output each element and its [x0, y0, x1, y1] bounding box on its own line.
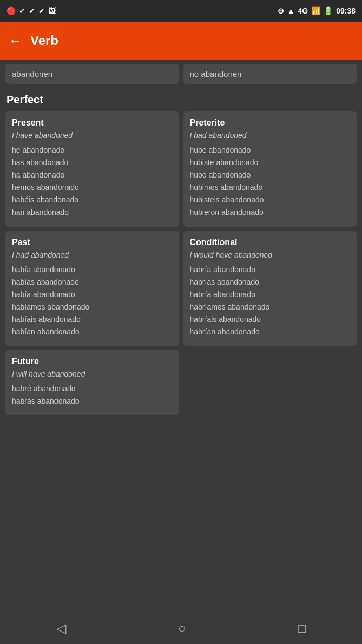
preterite-item-2: hubo abandonado: [190, 169, 351, 181]
past-item-4: habíais abandonado: [12, 313, 173, 326]
conditional-item-0: habría abandonado: [190, 264, 351, 276]
conditional-item-1: habrías abandonado: [190, 276, 351, 288]
future-cell: Future I will have abandoned habré aband…: [5, 350, 179, 415]
present-item-0: he abandonado: [12, 144, 173, 156]
preterite-item-5: hubieron abandonado: [190, 206, 351, 219]
present-item-3: hemos abandonado: [12, 181, 173, 194]
present-item-2: ha abandonado: [12, 169, 173, 181]
preterite-cell: Preterite I had abandoned hube abandonad…: [183, 111, 357, 227]
top-conjugation-row: abandonen no abandonen: [5, 64, 357, 84]
conditional-item-5: habrían abandonado: [190, 326, 351, 338]
past-item-1: habías abandonado: [12, 276, 173, 288]
status-bar: 🔴 ✔ ✔ ✔ 🖼 ⊖ ▲ 4G 📶 🔋 09:38: [0, 0, 362, 22]
sim-icon: 🔴: [6, 6, 16, 15]
preterite-item-4: hubisteis abandonado: [190, 194, 351, 206]
status-right: ⊖ ▲ 4G 📶 🔋 09:38: [278, 6, 356, 15]
no-abandonen-cell: no abandonen: [183, 64, 357, 84]
present-subtitle: I have abandoned: [12, 131, 173, 140]
preterite-subtitle: I had abandoned: [190, 131, 351, 140]
check-icon3: ✔: [38, 6, 45, 15]
past-item-3: habíamos abandonado: [12, 301, 173, 313]
image-icon: 🖼: [48, 6, 56, 15]
future-title: Future: [12, 357, 173, 366]
past-conditional-row: Past I had abandoned había abandonado ha…: [5, 231, 357, 346]
conditional-title: Conditional: [190, 238, 351, 247]
status-left: 🔴 ✔ ✔ ✔ 🖼: [6, 6, 56, 15]
preterite-item-3: hubimos abandonado: [190, 181, 351, 194]
preterite-item-0: hube abandonado: [190, 144, 351, 156]
time-display: 09:38: [336, 6, 356, 15]
no-sign-icon: ⊖: [278, 6, 284, 15]
signal-icon: 📶: [311, 6, 320, 15]
back-nav-button[interactable]: ◁: [56, 621, 66, 636]
wifi-icon: ▲: [287, 6, 295, 15]
preterite-title: Preterite: [190, 118, 351, 128]
check-icon2: ✔: [29, 6, 35, 15]
main-content: abandonen no abandonen Perfect Present I…: [0, 60, 362, 462]
past-title: Past: [12, 238, 173, 247]
conditional-item-3: habríamos abandonado: [190, 301, 351, 313]
preterite-item-1: hubiste abandonado: [190, 156, 351, 169]
present-item-4: habéis abandonado: [12, 194, 173, 206]
nav-bar: ◁ ○ □: [0, 612, 362, 644]
past-subtitle: I had abandoned: [12, 251, 173, 259]
past-item-2: había abandonado: [12, 288, 173, 301]
conditional-cell: Conditional I would have abandoned habrí…: [183, 231, 357, 346]
perfect-section-header: Perfect: [5, 90, 357, 111]
check-icon1: ✔: [19, 6, 25, 15]
app-title: Verb: [30, 33, 58, 48]
app-bar: ← Verb: [0, 22, 362, 60]
present-title: Present: [12, 118, 173, 128]
abandonen-cell: abandonen: [5, 64, 179, 84]
present-preterite-row: Present I have abandoned he abandonado h…: [5, 111, 357, 227]
future-subtitle: I will have abandoned: [12, 370, 173, 378]
battery-icon: 🔋: [324, 6, 333, 15]
present-item-1: has abandonado: [12, 156, 173, 169]
future-item-1: habrás abandonado: [12, 395, 173, 408]
network-label: 4G: [298, 6, 308, 15]
conditional-subtitle: I would have abandoned: [190, 251, 351, 259]
past-item-0: había abandonado: [12, 264, 173, 276]
past-item-5: habían abandonado: [12, 326, 173, 338]
home-nav-button[interactable]: ○: [178, 621, 186, 636]
present-cell: Present I have abandoned he abandonado h…: [5, 111, 179, 227]
past-cell: Past I had abandoned había abandonado ha…: [5, 231, 179, 346]
future-item-0: habré abandonado: [12, 383, 173, 395]
conditional-item-4: habríais abandonado: [190, 313, 351, 326]
conditional-item-2: habría abandonado: [190, 288, 351, 301]
present-item-5: han abandonado: [12, 206, 173, 219]
back-button[interactable]: ←: [9, 33, 22, 48]
recent-nav-button[interactable]: □: [298, 621, 306, 636]
